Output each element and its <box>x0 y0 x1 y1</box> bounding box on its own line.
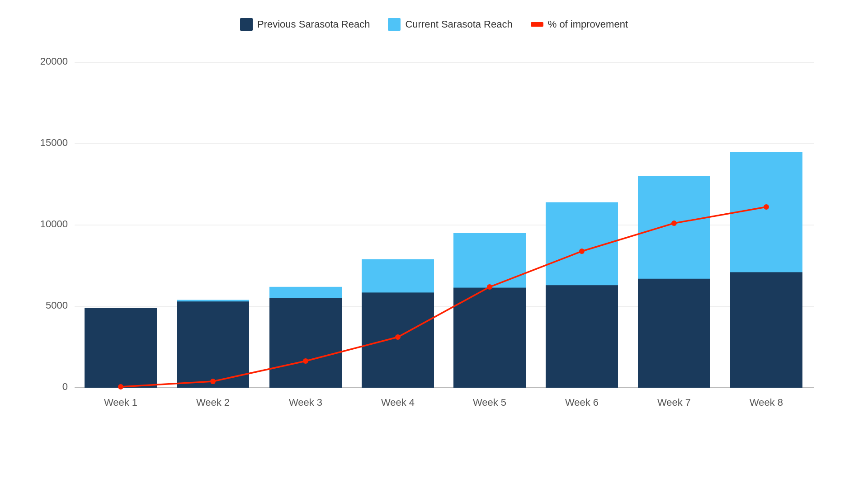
improvement-swatch <box>531 22 543 27</box>
bar-previous-3 <box>269 298 342 388</box>
bar-previous-7 <box>638 279 710 388</box>
improvement-label: % of improvement <box>548 19 628 30</box>
bar-previous-2 <box>177 301 249 388</box>
x-label-7: Week 7 <box>657 397 691 408</box>
chart-area: 20000 15000 10000 5000 0 Week 1 <box>36 49 832 437</box>
legend-item-improvement: % of improvement <box>531 19 628 30</box>
x-label-1: Week 1 <box>104 397 137 408</box>
y-label-15000: 15000 <box>40 137 68 148</box>
legend-item-current: Current Sarasota Reach <box>388 18 512 31</box>
dot-5 <box>487 284 492 290</box>
y-label-0: 0 <box>62 381 68 392</box>
legend-item-previous: Previous Sarasota Reach <box>240 18 370 31</box>
dot-2 <box>210 379 216 384</box>
bar-previous-5 <box>453 288 526 388</box>
y-label-20000: 20000 <box>40 56 68 67</box>
x-label-8: Week 8 <box>750 397 783 408</box>
chart-svg: 20000 15000 10000 5000 0 Week 1 <box>36 49 832 437</box>
previous-swatch <box>240 18 253 31</box>
dot-6 <box>579 249 585 254</box>
x-label-5: Week 5 <box>473 397 506 408</box>
legend: Previous Sarasota Reach Current Sarasota… <box>240 18 628 31</box>
x-label-2: Week 2 <box>196 397 230 408</box>
bar-previous-6 <box>546 285 618 388</box>
current-swatch <box>388 18 401 31</box>
chart-container: Previous Sarasota Reach Current Sarasota… <box>0 0 868 488</box>
previous-label: Previous Sarasota Reach <box>257 19 370 30</box>
dot-4 <box>395 334 401 340</box>
x-label-3: Week 3 <box>289 397 322 408</box>
y-label-10000: 10000 <box>40 218 68 230</box>
dot-8 <box>764 204 769 210</box>
x-label-4: Week 4 <box>381 397 415 408</box>
dot-7 <box>671 221 677 226</box>
current-label: Current Sarasota Reach <box>405 19 512 30</box>
bar-previous-1 <box>85 308 157 388</box>
x-label-6: Week 6 <box>565 397 599 408</box>
dot-1 <box>118 384 123 389</box>
y-label-5000: 5000 <box>46 300 68 311</box>
bar-previous-4 <box>362 292 434 388</box>
bar-previous-8 <box>730 272 802 388</box>
dot-3 <box>303 358 308 364</box>
